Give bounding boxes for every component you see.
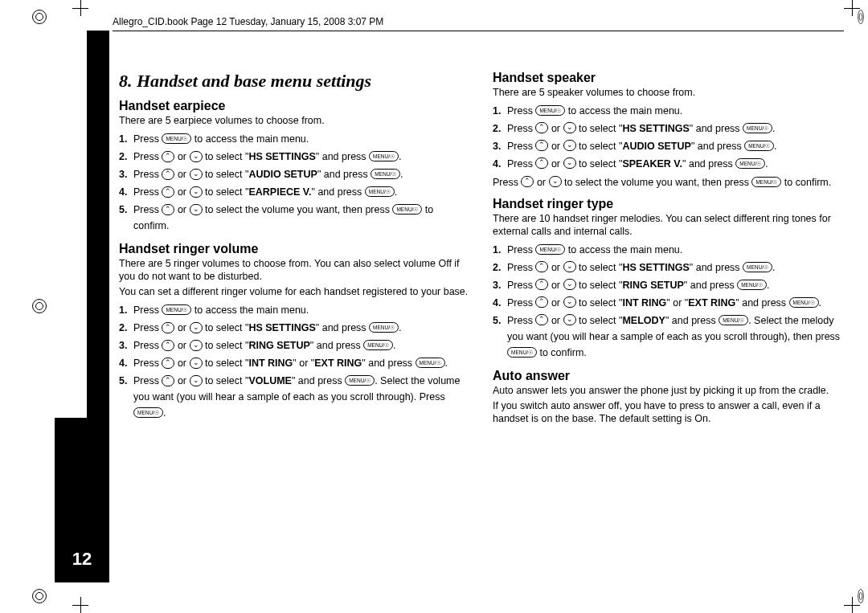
crop-mark bbox=[72, 0, 88, 16]
step-list: 1.Press MENU/☉ to access the main menu. … bbox=[119, 131, 470, 234]
up-button-icon: ⌃ bbox=[162, 322, 174, 333]
section-desc: If you switch auto answer off, you have … bbox=[493, 400, 844, 425]
page-number: 12 bbox=[55, 418, 109, 582]
section-desc: There are 5 ringer volumes to choose fro… bbox=[119, 258, 470, 283]
down-button-icon: ⌄ bbox=[190, 169, 203, 180]
registration-mark bbox=[32, 10, 47, 24]
menu-button-icon: MENU/☉ bbox=[735, 158, 765, 169]
step-item: 1.Press MENU/☉ to access the main menu. bbox=[119, 302, 470, 318]
menu-button-icon: MENU/☉ bbox=[392, 204, 422, 215]
column-left: 8. Handset and base menu settings Handse… bbox=[119, 71, 470, 597]
section-title: Handset ringer type bbox=[493, 197, 844, 211]
column-right: Handset speaker There are 5 speaker volu… bbox=[493, 71, 844, 597]
down-button-icon: ⌄ bbox=[190, 322, 203, 333]
step-item: 5.Press ⌃ or ⌄ to select the volume you … bbox=[119, 202, 470, 234]
up-button-icon: ⌃ bbox=[162, 358, 174, 369]
up-button-icon: ⌃ bbox=[162, 151, 174, 162]
section-desc: Auto answer lets you answer the phone ju… bbox=[493, 385, 844, 398]
up-button-icon: ⌃ bbox=[162, 340, 174, 351]
down-button-icon: ⌄ bbox=[190, 151, 203, 162]
registration-mark bbox=[32, 589, 47, 603]
registration-mark bbox=[32, 299, 47, 313]
down-button-icon: ⌄ bbox=[563, 122, 576, 133]
down-button-icon: ⌄ bbox=[563, 261, 576, 272]
menu-button-icon: MENU/☉ bbox=[535, 244, 565, 255]
section-desc: There are 10 handset ringer melodies. Yo… bbox=[493, 213, 844, 238]
step-item: 2.Press ⌃ or ⌄ to select "HS SETTINGS" a… bbox=[119, 149, 470, 165]
step-item: 3.Press ⌃ or ⌄ to select "RING SETUP" an… bbox=[493, 277, 844, 293]
section-title: Auto answer bbox=[493, 369, 844, 383]
section-title: Handset speaker bbox=[493, 71, 844, 85]
menu-button-icon: MENU/☉ bbox=[789, 297, 819, 308]
step-item: 1.Press MENU/☉ to access the main menu. bbox=[493, 242, 844, 258]
step-item: 4.Press ⌃ or ⌄ to select "SPEAKER V." an… bbox=[493, 156, 844, 172]
step-item: 2.Press ⌃ or ⌄ to select "HS SETTINGS" a… bbox=[119, 320, 470, 336]
paragraph: Press ⌃ or ⌄ to select the volume you wa… bbox=[493, 177, 844, 190]
menu-button-icon: MENU/☉ bbox=[365, 186, 395, 197]
section-desc: There are 5 earpiece volumes to choose f… bbox=[119, 115, 470, 128]
step-item: 2.Press ⌃ or ⌄ to select "HS SETTINGS" a… bbox=[493, 260, 844, 276]
menu-button-icon: MENU/☉ bbox=[369, 151, 399, 161]
menu-button-icon: MENU/☉ bbox=[744, 141, 774, 151]
step-item: 3.Press ⌃ or ⌄ to select "AUDIO SETUP" a… bbox=[493, 138, 844, 154]
down-button-icon: ⌄ bbox=[190, 186, 203, 198]
section-title: Handset ringer volume bbox=[119, 242, 470, 256]
menu-button-icon: MENU/☉ bbox=[751, 177, 781, 187]
down-button-icon: ⌄ bbox=[190, 204, 203, 215]
menu-button-icon: MENU/☉ bbox=[416, 358, 445, 368]
step-list: 1.Press MENU/☉ to access the main menu. … bbox=[493, 103, 844, 172]
chapter-title: 8. Handset and base menu settings bbox=[119, 71, 470, 91]
page-header: Allegro_CID.book Page 12 Tuesday, Januar… bbox=[113, 16, 844, 30]
step-item: 5.Press ⌃ or ⌄ to select "MELODY" and pr… bbox=[493, 313, 844, 361]
menu-button-icon: MENU/☉ bbox=[507, 347, 537, 358]
step-item: 4.Press ⌃ or ⌄ to select "EARPIECE V." a… bbox=[119, 184, 470, 200]
up-button-icon: ⌃ bbox=[535, 314, 548, 325]
down-button-icon: ⌄ bbox=[563, 140, 576, 151]
down-button-icon: ⌄ bbox=[190, 375, 203, 386]
down-button-icon: ⌄ bbox=[190, 358, 203, 369]
up-button-icon: ⌃ bbox=[162, 186, 174, 198]
up-button-icon: ⌃ bbox=[535, 279, 548, 290]
section-title: Handset earpiece bbox=[119, 99, 470, 113]
up-button-icon: ⌃ bbox=[535, 261, 548, 272]
menu-button-icon: MENU/☉ bbox=[719, 315, 748, 325]
menu-button-icon: MENU/☉ bbox=[743, 262, 772, 272]
step-item: 1.Press MENU/☉ to access the main menu. bbox=[119, 131, 470, 147]
step-item: 1.Press MENU/☉ to access the main menu. bbox=[493, 103, 844, 119]
step-item: 2.Press ⌃ or ⌄ to select "HS SETTINGS" a… bbox=[493, 121, 844, 137]
step-item: 4.Press ⌃ or ⌄ to select "INT RING" or "… bbox=[493, 295, 844, 311]
down-button-icon: ⌄ bbox=[563, 314, 576, 325]
crop-mark bbox=[72, 597, 88, 613]
up-button-icon: ⌃ bbox=[521, 176, 534, 187]
up-button-icon: ⌃ bbox=[535, 296, 548, 308]
menu-button-icon: MENU/☉ bbox=[371, 169, 400, 179]
down-button-icon: ⌄ bbox=[549, 176, 562, 187]
up-button-icon: ⌃ bbox=[535, 122, 548, 133]
registration-mark bbox=[858, 10, 863, 24]
down-button-icon: ⌄ bbox=[563, 296, 576, 308]
up-button-icon: ⌃ bbox=[162, 169, 174, 180]
step-item: 5.Press ⌃ or ⌄ to select "VOLUME" and pr… bbox=[119, 373, 470, 421]
up-button-icon: ⌃ bbox=[535, 140, 548, 151]
down-button-icon: ⌄ bbox=[563, 157, 576, 169]
menu-button-icon: MENU/☉ bbox=[737, 280, 767, 290]
up-button-icon: ⌃ bbox=[162, 204, 174, 215]
menu-button-icon: MENU/☉ bbox=[162, 133, 191, 144]
menu-button-icon: MENU/☉ bbox=[345, 375, 375, 386]
menu-button-icon: MENU/☉ bbox=[162, 304, 191, 315]
menu-button-icon: MENU/☉ bbox=[363, 340, 393, 350]
page-body: 8. Handset and base menu settings Handse… bbox=[119, 71, 844, 597]
down-button-icon: ⌄ bbox=[190, 340, 203, 351]
section-desc: You can set a different ringer volume fo… bbox=[119, 286, 470, 299]
menu-button-icon: MENU/☉ bbox=[369, 322, 399, 333]
step-item: 3.Press ⌃ or ⌄ to select "AUDIO SETUP" a… bbox=[119, 166, 470, 182]
up-button-icon: ⌃ bbox=[535, 157, 548, 169]
step-item: 4.Press ⌃ or ⌄ to select "INT RING" or "… bbox=[119, 355, 470, 371]
menu-button-icon: MENU/☉ bbox=[535, 105, 565, 116]
section-desc: There are 5 speaker volumes to choose fr… bbox=[493, 87, 844, 100]
step-list: 1.Press MENU/☉ to access the main menu. … bbox=[119, 302, 470, 421]
up-button-icon: ⌃ bbox=[162, 375, 174, 386]
menu-button-icon: MENU/☉ bbox=[743, 123, 772, 133]
step-list: 1.Press MENU/☉ to access the main menu. … bbox=[493, 242, 844, 361]
down-button-icon: ⌄ bbox=[563, 279, 576, 290]
